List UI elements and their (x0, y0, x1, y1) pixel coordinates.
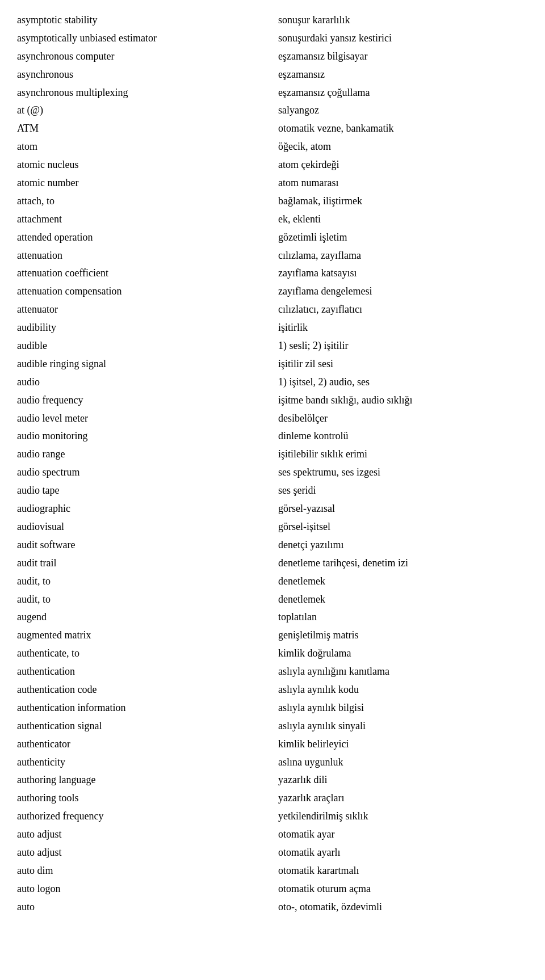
entry-translation: otomatik karartmalı (278, 863, 528, 879)
entry-translation: desibelölçer (278, 411, 528, 427)
table-row: asymptotic stabilitysonuşur kararlılık (17, 11, 528, 30)
entry-translation: sonuşurdaki yansız kestirici (278, 31, 528, 47)
table-row: authentication informationaslıyla aynılı… (17, 699, 528, 717)
entry-translation: aslıyla aynılık kodu (278, 682, 528, 698)
table-row: authoring languageyazarlık dili (17, 771, 528, 789)
table-row: ATMotomatik vezne, bankamatik (17, 120, 528, 138)
entry-term: audit, to (17, 592, 267, 608)
entry-term: authenticity (17, 755, 267, 771)
entry-translation: kimlik belirleyici (278, 737, 528, 752)
entry-translation: cılızlatıcı, zayıflatıcı (278, 302, 528, 318)
entry-translation: yetkilendirilmiş sıklık (278, 809, 528, 825)
entry-term: audit trail (17, 556, 267, 571)
entry-translation: zayıflama dengelemesi (278, 284, 528, 300)
table-row: audit, todenetlemek (17, 591, 528, 609)
entry-translation: görsel-yazısal (278, 501, 528, 517)
table-row: audiographicgörsel-yazısal (17, 500, 528, 518)
entry-translation: aslıyla aynılığını kanıtlama (278, 664, 528, 680)
table-row: attenuationcılızlama, zayıflama (17, 247, 528, 265)
entry-term: audibility (17, 320, 267, 336)
table-row: attenuatorcılızlatıcı, zayıflatıcı (17, 301, 528, 319)
entry-term: augmented matrix (17, 628, 267, 643)
entry-translation: eşzamansız çoğullama (278, 85, 528, 101)
entry-term: asynchronous computer (17, 49, 267, 65)
table-row: audible ringing signalişitilir zil sesi (17, 355, 528, 373)
table-row: authentication signalaslıyla aynılık sin… (17, 717, 528, 735)
entry-term: augend (17, 609, 267, 625)
entry-term: auto (17, 899, 267, 915)
entry-translation: otomatik ayar (278, 827, 528, 843)
entry-term: attenuation (17, 248, 267, 264)
entry-translation: cılızlama, zayıflama (278, 248, 528, 264)
table-row: audiovisualgörsel-işitsel (17, 518, 528, 536)
table-row: authoring toolsyazarlık araçları (17, 789, 528, 807)
entry-term: auto adjust (17, 845, 267, 861)
entry-term: atom (17, 139, 267, 155)
entry-translation: 1) işitsel, 2) audio, ses (278, 375, 528, 390)
table-row: atomöğecik, atom (17, 138, 528, 156)
entry-translation: eşzamansız (278, 67, 528, 83)
entry-translation: otomatik vezne, bankamatik (278, 121, 528, 137)
entry-term: asynchronous (17, 67, 267, 83)
table-row: audio frequencyişitme bandı sıklığı, aud… (17, 392, 528, 410)
entry-translation: otomatik oturum açma (278, 881, 528, 897)
entry-translation: ek, eklenti (278, 212, 528, 228)
table-row: attended operationgözetimli işletim (17, 229, 528, 247)
entry-translation: denetlemek (278, 592, 528, 608)
entry-translation: denetleme tarihçesi, denetim izi (278, 556, 528, 571)
table-row: audibilityişitirlik (17, 319, 528, 337)
table-row: auto adjustotomatik ayar (17, 826, 528, 844)
table-row: auto logonotomatik oturum açma (17, 880, 528, 898)
entry-term: attach, to (17, 194, 267, 209)
entry-term: audio frequency (17, 393, 267, 409)
entry-translation: işitme bandı sıklığı, audio sıklığı (278, 393, 528, 409)
entry-term: attachment (17, 212, 267, 228)
table-row: asynchronous multiplexingeşzamansız çoğu… (17, 84, 528, 102)
entry-term: authentication (17, 664, 267, 680)
entry-term: attenuation coefficient (17, 266, 267, 281)
table-row: audit softwaredenetçi yazılımı (17, 536, 528, 554)
table-row: auto dimotomatik karartmalı (17, 862, 528, 880)
entry-term: attenuation compensation (17, 284, 267, 300)
entry-term: audio (17, 375, 267, 390)
entry-term: audiovisual (17, 519, 267, 535)
entry-translation: işitirlik (278, 320, 528, 336)
entry-term: asymptotically unbiased estimator (17, 31, 267, 47)
entry-translation: 1) sesli; 2) işitilir (278, 338, 528, 354)
table-row: authenticityaslına uygunluk (17, 754, 528, 772)
table-row: audio tapeses şeridi (17, 482, 528, 500)
table-row: authenticatorkimlik belirleyici (17, 735, 528, 754)
entry-term: audiographic (17, 501, 267, 517)
table-row: audio spectrumses spektrumu, ses izgesi (17, 464, 528, 482)
entry-translation: ses spektrumu, ses izgesi (278, 465, 528, 481)
table-row: audit, todenetlemek (17, 573, 528, 591)
table-row: attenuation compensationzayıflama dengel… (17, 283, 528, 301)
entry-translation: salyangoz (278, 103, 528, 119)
entry-translation: oto-, otomatik, özdevimli (278, 899, 528, 915)
table-row: atomic numberatom numarası (17, 174, 528, 192)
table-row: asynchronouseşzamansız (17, 66, 528, 84)
entry-translation: görsel-işitsel (278, 519, 528, 535)
entry-term: audit software (17, 537, 267, 553)
entry-term: audio level meter (17, 411, 267, 427)
entry-term: audio spectrum (17, 465, 267, 481)
entry-term: auto adjust (17, 827, 267, 843)
entry-translation: otomatik ayarlı (278, 845, 528, 861)
entry-translation: dinleme kontrolü (278, 428, 528, 444)
entry-translation: bağlamak, iliştirmek (278, 194, 528, 209)
entry-term: audio monitoring (17, 428, 267, 444)
entry-term: audio range (17, 447, 267, 462)
table-row: attenuation coefficientzayıflama katsayı… (17, 264, 528, 283)
entry-translation: sonuşur kararlılık (278, 12, 528, 28)
table-row: auto adjustotomatik ayarlı (17, 844, 528, 862)
entry-term: atomic nucleus (17, 157, 267, 173)
entry-translation: kimlik doğrulama (278, 646, 528, 662)
entry-term: authentication information (17, 700, 267, 716)
entry-translation: gözetimli işletim (278, 230, 528, 246)
table-row: augendtoplatılan (17, 608, 528, 626)
entry-term: attended operation (17, 230, 267, 246)
table-row: audio1) işitsel, 2) audio, ses (17, 373, 528, 392)
table-row: authorized frequencyyetkilendirilmiş sık… (17, 807, 528, 826)
entry-term: authenticator (17, 737, 267, 752)
entry-translation: yazarlık araçları (278, 790, 528, 806)
